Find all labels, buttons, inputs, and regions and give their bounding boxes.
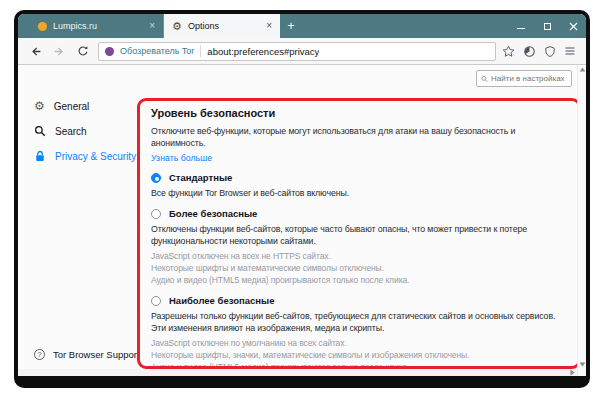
tor-onion-icon bbox=[105, 47, 114, 56]
sidebar-item-search[interactable]: Search bbox=[34, 124, 136, 138]
gear-icon: ⚙ bbox=[34, 100, 45, 112]
tab-close-icon[interactable]: × bbox=[149, 21, 155, 31]
scroll-up-icon[interactable] bbox=[579, 67, 586, 72]
tor-browser-support-link[interactable]: ? Tor Browser Support bbox=[34, 349, 140, 360]
radio-option-safer[interactable]: Более безопасные bbox=[151, 208, 567, 219]
bookmark-star-icon[interactable] bbox=[502, 45, 515, 58]
section-intro: Отключите веб-функции, которые могут исп… bbox=[151, 125, 567, 149]
close-window-button[interactable] bbox=[560, 14, 586, 38]
toolbar-icons bbox=[502, 45, 578, 58]
vertical-scrollbar[interactable] bbox=[577, 65, 586, 376]
horizontal-scrollbar[interactable] bbox=[18, 369, 577, 376]
sidebar-item-privacy-security[interactable]: Privacy & Security bbox=[34, 149, 136, 163]
sidebar-item-label: General bbox=[54, 101, 90, 112]
option-note: Аудио и видео (HTML5 медиа) проигрываютс… bbox=[151, 361, 567, 369]
browser-window: Lumpics.ru × ⚙ Options × + bbox=[14, 10, 590, 388]
back-icon bbox=[29, 45, 42, 58]
section-title: Уровень безопасности bbox=[151, 107, 567, 119]
reload-icon bbox=[77, 45, 89, 57]
navigation-toolbar: Обозреватель Tor about:preferences#priva… bbox=[18, 38, 586, 65]
sidebar-item-general[interactable]: ⚙ General bbox=[34, 99, 136, 113]
url-text[interactable]: about:preferences#privacy bbox=[207, 46, 319, 57]
maximize-button[interactable] bbox=[534, 14, 560, 38]
sidebar-item-label: Privacy & Security bbox=[55, 151, 136, 162]
tab-bar: Lumpics.ru × ⚙ Options × + bbox=[18, 14, 586, 38]
radio-option-standard[interactable]: Стандартные bbox=[151, 172, 567, 183]
torbutton-onion-icon[interactable] bbox=[523, 45, 536, 58]
forward-button[interactable] bbox=[50, 42, 68, 60]
minimize-button[interactable] bbox=[508, 14, 534, 38]
option-note: JavaScript отключен на всех не HTTPS сай… bbox=[151, 250, 567, 262]
tab-options[interactable]: ⚙ Options × bbox=[164, 14, 280, 38]
noscript-shield-icon[interactable] bbox=[544, 45, 556, 58]
radio-option-safest[interactable]: Наиболее безопасные bbox=[151, 295, 567, 306]
tab-close-icon[interactable]: × bbox=[266, 21, 272, 31]
option-notes: JavaScript отключен на всех не HTTPS сай… bbox=[151, 250, 567, 286]
option-description: Все функции Tor Browser и веб-сайтов вкл… bbox=[151, 187, 567, 199]
radio-selected-icon[interactable] bbox=[151, 173, 161, 183]
back-button[interactable] bbox=[26, 42, 44, 60]
option-note: Аудио и видео (HTML5 медиа) проигрываютс… bbox=[151, 274, 567, 286]
option-label: Более безопасные bbox=[169, 208, 257, 219]
maximize-icon bbox=[544, 23, 551, 30]
screenshot: Lumpics.ru × ⚙ Options × + bbox=[0, 0, 600, 400]
radio-unselected-icon[interactable] bbox=[151, 209, 161, 219]
option-description: Разрешены только функции веб-сайтов, тре… bbox=[151, 310, 567, 334]
tab-title: Lumpics.ru bbox=[53, 21, 97, 31]
security-level-highlight-box: Уровень безопасности Отключите веб-функц… bbox=[137, 98, 581, 369]
lock-icon bbox=[34, 150, 46, 162]
scroll-down-icon[interactable] bbox=[579, 362, 586, 367]
tab-lumpics[interactable]: Lumpics.ru × bbox=[30, 14, 164, 38]
sidebar-item-label: Search bbox=[55, 126, 87, 137]
option-label: Наиболее безопасные bbox=[169, 295, 274, 306]
identity-label[interactable]: Обозреватель Tor bbox=[120, 46, 194, 56]
window-controls bbox=[508, 14, 586, 38]
scroll-right-icon[interactable] bbox=[570, 369, 575, 376]
url-bar[interactable]: Обозреватель Tor about:preferences#priva… bbox=[98, 42, 496, 61]
new-tab-button[interactable]: + bbox=[280, 14, 302, 38]
option-note: JavaScript отключен по умолчанию на всех… bbox=[151, 337, 567, 349]
search-icon bbox=[481, 75, 488, 83]
reload-button[interactable] bbox=[74, 42, 92, 60]
support-label: Tor Browser Support bbox=[53, 349, 140, 360]
option-notes: JavaScript отключен по умолчанию на всех… bbox=[151, 337, 567, 369]
lumpics-favicon-icon bbox=[38, 22, 47, 31]
gear-icon: ⚙ bbox=[172, 21, 182, 32]
settings-search[interactable] bbox=[476, 70, 572, 87]
option-note: Некоторые шрифты, значки, математические… bbox=[151, 349, 567, 361]
question-icon: ? bbox=[34, 349, 45, 360]
learn-more-link[interactable]: Узнать больше bbox=[151, 153, 212, 163]
tab-title: Options bbox=[188, 21, 219, 31]
menu-hamburger-icon[interactable] bbox=[564, 45, 576, 57]
tabbar-spacer bbox=[302, 14, 508, 38]
minimize-icon bbox=[517, 28, 525, 29]
option-label: Стандартные bbox=[169, 172, 232, 183]
preferences-page: ⚙ General Search Privacy & Security ? To… bbox=[18, 65, 586, 376]
option-description: Отключены функции веб-сайтов, которые ча… bbox=[151, 223, 567, 247]
settings-sidebar: ⚙ General Search Privacy & Security bbox=[34, 99, 136, 163]
search-icon bbox=[34, 125, 46, 137]
urlbar-divider bbox=[200, 45, 201, 57]
option-note: Некоторые шрифты и математические символ… bbox=[151, 262, 567, 274]
radio-unselected-icon[interactable] bbox=[151, 296, 161, 306]
close-icon bbox=[569, 22, 578, 31]
forward-icon bbox=[53, 45, 66, 58]
settings-search-input[interactable] bbox=[491, 74, 567, 83]
